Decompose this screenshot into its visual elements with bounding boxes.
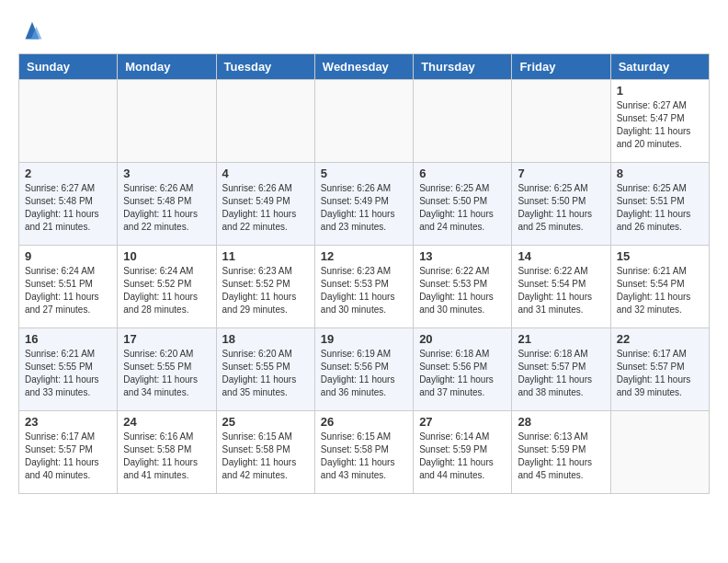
calendar-cell: 16Sunrise: 6:21 AM Sunset: 5:55 PM Dayli…: [19, 328, 118, 411]
day-number: 28: [518, 415, 604, 429]
day-number: 25: [222, 415, 309, 429]
day-number: 4: [222, 167, 309, 180]
calendar-cell: 18Sunrise: 6:20 AM Sunset: 5:55 PM Dayli…: [216, 328, 314, 411]
week-row-5: 23Sunrise: 6:17 AM Sunset: 5:57 PM Dayli…: [19, 411, 710, 494]
day-info: Sunrise: 6:24 AM Sunset: 5:52 PM Dayligh…: [123, 265, 210, 316]
calendar-cell: 1Sunrise: 6:27 AM Sunset: 5:47 PM Daylig…: [610, 80, 709, 163]
day-number: 19: [321, 332, 407, 346]
day-number: 2: [25, 167, 111, 180]
header-wednesday: Wednesday: [314, 54, 413, 80]
day-number: 21: [518, 332, 604, 346]
day-number: 23: [25, 415, 111, 429]
calendar-cell: 21Sunrise: 6:18 AM Sunset: 5:57 PM Dayli…: [512, 328, 610, 411]
header-saturday: Saturday: [610, 54, 709, 80]
calendar-cell: 9Sunrise: 6:24 AM Sunset: 5:51 PM Daylig…: [19, 246, 118, 328]
week-row-2: 2Sunrise: 6:27 AM Sunset: 5:48 PM Daylig…: [19, 163, 710, 246]
calendar-header-row: SundayMondayTuesdayWednesdayThursdayFrid…: [19, 54, 710, 80]
calendar-cell: 17Sunrise: 6:20 AM Sunset: 5:55 PM Dayli…: [118, 328, 216, 411]
calendar-cell: 12Sunrise: 6:23 AM Sunset: 5:53 PM Dayli…: [314, 246, 413, 328]
calendar-cell: 26Sunrise: 6:15 AM Sunset: 5:58 PM Dayli…: [314, 411, 413, 494]
day-info: Sunrise: 6:13 AM Sunset: 5:59 PM Dayligh…: [518, 431, 604, 482]
day-info: Sunrise: 6:27 AM Sunset: 5:48 PM Dayligh…: [25, 182, 111, 234]
logo-icon: [18, 18, 46, 46]
day-info: Sunrise: 6:27 AM Sunset: 5:47 PM Dayligh…: [617, 99, 703, 151]
day-number: 20: [419, 332, 506, 346]
day-info: Sunrise: 6:18 AM Sunset: 5:57 PM Dayligh…: [518, 348, 604, 399]
day-number: 22: [617, 332, 703, 346]
calendar-cell: 23Sunrise: 6:17 AM Sunset: 5:57 PM Dayli…: [19, 411, 118, 494]
day-info: Sunrise: 6:17 AM Sunset: 5:57 PM Dayligh…: [25, 431, 111, 482]
day-number: 14: [518, 249, 604, 263]
day-number: 17: [123, 332, 210, 346]
day-info: Sunrise: 6:15 AM Sunset: 5:58 PM Dayligh…: [321, 431, 407, 482]
calendar-cell: [216, 80, 314, 163]
calendar-cell: [512, 80, 610, 163]
header-tuesday: Tuesday: [216, 54, 314, 80]
day-number: 9: [25, 249, 111, 263]
calendar-cell: 8Sunrise: 6:25 AM Sunset: 5:51 PM Daylig…: [610, 163, 709, 246]
calendar-cell: 2Sunrise: 6:27 AM Sunset: 5:48 PM Daylig…: [19, 163, 118, 246]
calendar-cell: 3Sunrise: 6:26 AM Sunset: 5:48 PM Daylig…: [118, 163, 216, 246]
week-row-3: 9Sunrise: 6:24 AM Sunset: 5:51 PM Daylig…: [19, 246, 710, 328]
calendar-cell: 10Sunrise: 6:24 AM Sunset: 5:52 PM Dayli…: [118, 246, 216, 328]
day-info: Sunrise: 6:25 AM Sunset: 5:50 PM Dayligh…: [518, 182, 604, 234]
calendar-cell: 20Sunrise: 6:18 AM Sunset: 5:56 PM Dayli…: [414, 328, 512, 411]
calendar-cell: 7Sunrise: 6:25 AM Sunset: 5:50 PM Daylig…: [512, 163, 610, 246]
header-monday: Monday: [118, 54, 216, 80]
calendar-cell: 28Sunrise: 6:13 AM Sunset: 5:59 PM Dayli…: [512, 411, 610, 494]
calendar-cell: 13Sunrise: 6:22 AM Sunset: 5:53 PM Dayli…: [414, 246, 512, 328]
day-info: Sunrise: 6:23 AM Sunset: 5:52 PM Dayligh…: [222, 265, 309, 316]
calendar-cell: 22Sunrise: 6:17 AM Sunset: 5:57 PM Dayli…: [610, 328, 709, 411]
day-number: 27: [419, 415, 506, 429]
day-number: 15: [617, 249, 703, 263]
day-number: 18: [222, 332, 309, 346]
page-header: [18, 18, 710, 46]
calendar-cell: 24Sunrise: 6:16 AM Sunset: 5:58 PM Dayli…: [118, 411, 216, 494]
day-info: Sunrise: 6:23 AM Sunset: 5:53 PM Dayligh…: [321, 265, 407, 316]
calendar-cell: 6Sunrise: 6:25 AM Sunset: 5:50 PM Daylig…: [414, 163, 512, 246]
calendar-cell: 25Sunrise: 6:15 AM Sunset: 5:58 PM Dayli…: [216, 411, 314, 494]
calendar-cell: [610, 411, 709, 494]
calendar-cell: [414, 80, 512, 163]
day-info: Sunrise: 6:17 AM Sunset: 5:57 PM Dayligh…: [617, 348, 703, 399]
calendar-cell: 19Sunrise: 6:19 AM Sunset: 5:56 PM Dayli…: [314, 328, 413, 411]
day-number: 6: [419, 167, 506, 180]
calendar-cell: [314, 80, 413, 163]
day-info: Sunrise: 6:20 AM Sunset: 5:55 PM Dayligh…: [123, 348, 210, 399]
header-thursday: Thursday: [414, 54, 512, 80]
day-info: Sunrise: 6:24 AM Sunset: 5:51 PM Dayligh…: [25, 265, 111, 316]
day-number: 13: [419, 249, 506, 263]
calendar-cell: 14Sunrise: 6:22 AM Sunset: 5:54 PM Dayli…: [512, 246, 610, 328]
day-info: Sunrise: 6:16 AM Sunset: 5:58 PM Dayligh…: [123, 431, 210, 482]
day-info: Sunrise: 6:22 AM Sunset: 5:54 PM Dayligh…: [518, 265, 604, 316]
calendar-cell: 15Sunrise: 6:21 AM Sunset: 5:54 PM Dayli…: [610, 246, 709, 328]
calendar-cell: [19, 80, 118, 163]
week-row-1: 1Sunrise: 6:27 AM Sunset: 5:47 PM Daylig…: [19, 80, 710, 163]
day-info: Sunrise: 6:25 AM Sunset: 5:50 PM Dayligh…: [419, 182, 506, 234]
day-number: 7: [518, 167, 604, 180]
day-info: Sunrise: 6:19 AM Sunset: 5:56 PM Dayligh…: [321, 348, 407, 399]
day-info: Sunrise: 6:20 AM Sunset: 5:55 PM Dayligh…: [222, 348, 309, 399]
day-number: 16: [25, 332, 111, 346]
day-info: Sunrise: 6:26 AM Sunset: 5:49 PM Dayligh…: [222, 182, 309, 234]
day-info: Sunrise: 6:25 AM Sunset: 5:51 PM Dayligh…: [617, 182, 703, 234]
header-sunday: Sunday: [19, 54, 118, 80]
day-info: Sunrise: 6:22 AM Sunset: 5:53 PM Dayligh…: [419, 265, 506, 316]
day-info: Sunrise: 6:18 AM Sunset: 5:56 PM Dayligh…: [419, 348, 506, 399]
calendar-cell: 27Sunrise: 6:14 AM Sunset: 5:59 PM Dayli…: [414, 411, 512, 494]
day-number: 3: [123, 167, 210, 180]
calendar-cell: [118, 80, 216, 163]
day-info: Sunrise: 6:26 AM Sunset: 5:48 PM Dayligh…: [123, 182, 210, 234]
day-number: 1: [617, 84, 703, 98]
day-number: 11: [222, 249, 309, 263]
day-info: Sunrise: 6:21 AM Sunset: 5:54 PM Dayligh…: [617, 265, 703, 316]
day-info: Sunrise: 6:21 AM Sunset: 5:55 PM Dayligh…: [25, 348, 111, 399]
day-number: 26: [321, 415, 407, 429]
day-number: 24: [123, 415, 210, 429]
day-info: Sunrise: 6:15 AM Sunset: 5:58 PM Dayligh…: [222, 431, 309, 482]
calendar-cell: 5Sunrise: 6:26 AM Sunset: 5:49 PM Daylig…: [314, 163, 413, 246]
calendar-cell: 11Sunrise: 6:23 AM Sunset: 5:52 PM Dayli…: [216, 246, 314, 328]
header-friday: Friday: [512, 54, 610, 80]
week-row-4: 16Sunrise: 6:21 AM Sunset: 5:55 PM Dayli…: [19, 328, 710, 411]
day-info: Sunrise: 6:26 AM Sunset: 5:49 PM Dayligh…: [321, 182, 407, 234]
